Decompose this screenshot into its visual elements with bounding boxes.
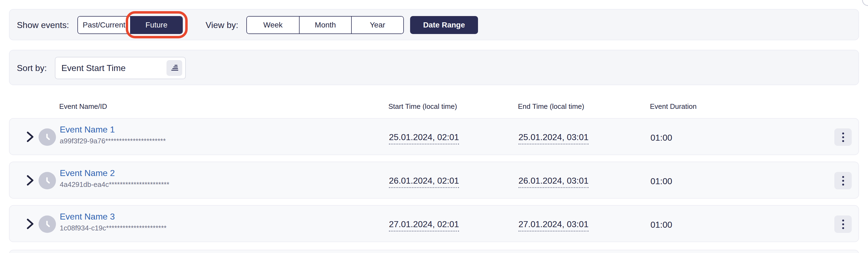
clock-icon (38, 129, 56, 146)
row-overflow-menu-button[interactable] (834, 172, 852, 189)
clock-icon (38, 216, 56, 233)
event-name-link[interactable]: Event Name 3 (60, 210, 115, 223)
event-name-link[interactable]: Event Name 1 (60, 123, 115, 136)
event-name-id-cell: Event Name 1 a99f3f29-9a76**************… (60, 123, 166, 145)
show-events-filter-panel: Show events: Past/Current Future View by… (9, 9, 859, 40)
event-duration-value: 01:00 (650, 133, 672, 143)
date-range-button[interactable]: Date Range (410, 16, 478, 34)
chevron-right-icon (26, 174, 35, 188)
past-current-button[interactable]: Past/Current (78, 17, 130, 33)
event-name-id-cell: Event Name 3 1c08f934-c19c**************… (60, 210, 166, 233)
row-overflow-menu-button[interactable] (834, 129, 852, 146)
event-table-row-partial (9, 250, 859, 253)
event-name-link[interactable]: Event Name 2 (60, 167, 115, 179)
overflow-menu-vertical-icon (842, 133, 844, 142)
end-time-value: 25.01.2024, 03:01 (519, 132, 589, 144)
event-name-id-cell: Event Name 2 4a4291db-ea4c**************… (60, 167, 169, 189)
column-header-event-duration: Event Duration (650, 102, 696, 111)
chevron-right-icon (26, 130, 35, 144)
end-time-value: 27.01.2024, 03:01 (519, 219, 589, 231)
chevron-right-icon (26, 217, 35, 231)
view-by-label: View by: (206, 16, 238, 34)
events-page: Show events: Past/Current Future View by… (0, 0, 868, 253)
end-time-value: 26.01.2024, 03:01 (519, 176, 589, 188)
event-duration-value: 01:00 (650, 220, 672, 230)
event-duration-value: 01:00 (650, 176, 672, 186)
event-table-row: Event Name 1 a99f3f29-9a76**************… (9, 118, 859, 155)
cropped-corner-arc (862, 0, 868, 6)
clock-icon (38, 172, 56, 189)
overflow-menu-vertical-icon (842, 176, 844, 186)
start-time-value: 25.01.2024, 02:01 (389, 132, 459, 144)
start-time-value: 26.01.2024, 02:01 (389, 176, 459, 188)
sort-panel: Sort by: Event Start Time (9, 50, 859, 85)
sort-ascending-icon (170, 64, 179, 73)
column-header-event-name: Event Name/ID (59, 102, 107, 111)
future-button[interactable]: Future (130, 17, 182, 33)
sort-by-label: Sort by: (17, 57, 47, 79)
start-time-value: 27.01.2024, 02:01 (389, 219, 459, 231)
show-events-label: Show events: (17, 16, 69, 34)
sort-dropdown[interactable]: Event Start Time (55, 57, 186, 79)
sort-dropdown-value: Event Start Time (55, 63, 166, 73)
year-button[interactable]: Year (351, 17, 403, 33)
overflow-menu-vertical-icon (842, 220, 844, 229)
week-button[interactable]: Week (247, 17, 299, 33)
month-button[interactable]: Month (299, 17, 351, 33)
event-id-text: 4a4291db-ea4c********************** (60, 180, 169, 189)
show-events-toggle-group: Past/Current Future (78, 16, 183, 34)
expand-row-button[interactable] (22, 172, 38, 189)
expand-row-button[interactable] (22, 129, 38, 145)
event-table-row: Event Name 3 1c08f934-c19c**************… (9, 205, 859, 242)
column-header-start-time: Start Time (local time) (389, 102, 457, 111)
event-id-text: a99f3f29-9a76********************** (60, 136, 166, 145)
sort-direction-button[interactable] (166, 60, 182, 76)
expand-row-button[interactable] (22, 216, 38, 232)
row-overflow-menu-button[interactable] (834, 216, 852, 233)
event-table-row: Event Name 2 4a4291db-ea4c**************… (9, 162, 859, 199)
column-header-end-time: End Time (local time) (518, 102, 584, 111)
view-by-toggle-group: Week Month Year (246, 16, 404, 34)
event-id-text: 1c08f934-c19c********************** (60, 223, 166, 233)
